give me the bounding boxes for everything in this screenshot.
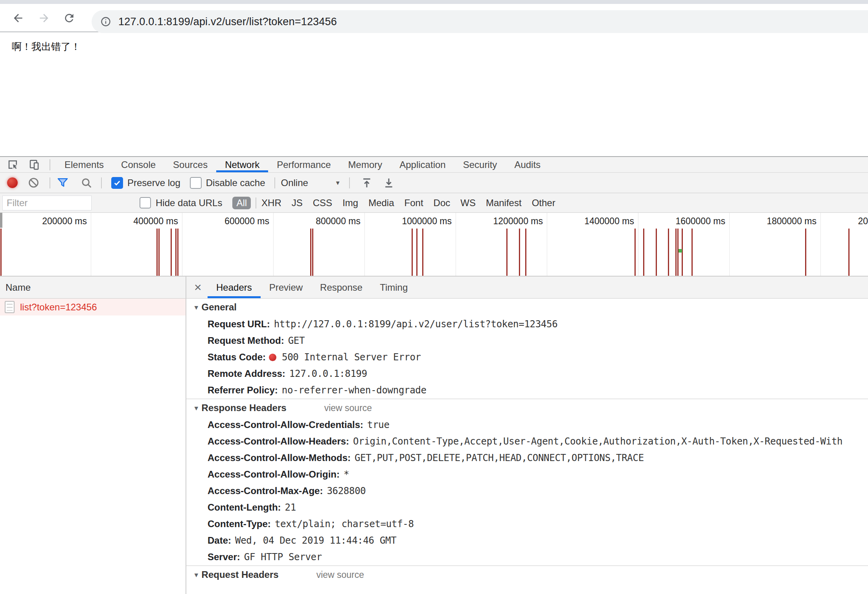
details-tab-timing[interactable]: Timing <box>371 277 416 298</box>
details-tab-response[interactable]: Response <box>311 277 371 298</box>
disable-cache-label[interactable]: Disable cache <box>206 177 265 188</box>
page-info-icon[interactable] <box>100 16 111 27</box>
devtools-tab-audits[interactable]: Audits <box>506 157 549 172</box>
window-top-strip <box>0 0 868 4</box>
timeline-request-bar <box>422 229 423 276</box>
record-network-log-icon[interactable] <box>7 177 18 188</box>
check-icon <box>113 179 121 187</box>
timeline-request-bar <box>412 229 413 276</box>
devtools-tabs: ElementsConsoleSourcesNetworkPerformance… <box>56 157 549 172</box>
devtools-tab-performance[interactable]: Performance <box>268 157 339 172</box>
timeline-tick-label: 1400000 ms <box>536 216 634 227</box>
timeline-request-bar <box>691 229 693 276</box>
request-details-panel: × HeadersPreviewResponseTiming ▾GeneralR… <box>186 277 868 594</box>
request-type-filters: AllXHRJSCSSImgMediaFontDocWSManifestOthe… <box>228 197 560 209</box>
filter-input[interactable] <box>2 196 92 210</box>
header-row: Remote Address:127.0.0.1:8199 <box>186 365 868 382</box>
header-name: Content-Type: <box>208 518 271 529</box>
address-bar[interactable]: 127.0.0.1:8199/api.v2/user/list?token=12… <box>92 10 868 33</box>
url-text: 127.0.0.1:8199/api.v2/user/list?token=12… <box>118 16 337 28</box>
hide-data-urls-label[interactable]: Hide data URLs <box>156 197 222 208</box>
devtools-tab-elements[interactable]: Elements <box>56 157 112 172</box>
devtools-tab-console[interactable]: Console <box>112 157 164 172</box>
preserve-log-label[interactable]: Preserve log <box>127 177 180 188</box>
header-row: Access-Control-Max-Age:3628800 <box>186 483 868 499</box>
request-row[interactable]: list?token=123456 <box>0 299 186 315</box>
header-name: Request Method: <box>208 335 284 346</box>
section-header-response-headers[interactable]: ▾Response Headersview source <box>186 399 868 417</box>
header-value: GET,PUT,POST,DELETE,PATCH,HEAD,CONNECT,O… <box>355 452 644 463</box>
section-header-request-headers[interactable]: ▾Request Headersview source <box>186 566 868 583</box>
section-header-general[interactable]: ▾General <box>186 299 868 316</box>
devtools-tab-application[interactable]: Application <box>391 157 454 172</box>
view-source-link[interactable]: view source <box>324 403 372 413</box>
type-filter-js[interactable]: JS <box>292 197 303 208</box>
timeline-request-bar <box>312 229 313 276</box>
filter-icon[interactable] <box>57 177 69 189</box>
header-row: Server:GF HTTP Server <box>186 549 868 565</box>
back-button[interactable] <box>12 12 24 24</box>
header-row: Date:Wed, 04 Dec 2019 11:44:46 GMT <box>186 532 868 549</box>
timeline-request-bar <box>416 229 417 276</box>
timeline-request-bar <box>310 229 311 276</box>
export-har-icon[interactable] <box>383 177 395 189</box>
throttling-dropdown[interactable]: Online ▼ <box>281 177 340 188</box>
device-toolbar-icon[interactable] <box>28 159 40 171</box>
type-filter-css[interactable]: CSS <box>313 197 332 208</box>
type-filter-media[interactable]: Media <box>368 197 394 208</box>
header-name: Request URL: <box>208 319 270 329</box>
header-value: no-referrer-when-downgrade <box>282 385 427 396</box>
header-row: Content-Length:21 <box>186 499 868 516</box>
divider <box>50 159 50 170</box>
header-value: 500 Internal Server Error <box>282 352 421 363</box>
devtools-tab-security[interactable]: Security <box>454 157 506 172</box>
view-source-link[interactable]: view source <box>316 570 364 580</box>
network-overview-timeline[interactable]: 200000 ms400000 ms600000 ms800000 ms1000… <box>0 213 868 277</box>
hide-data-urls-checkbox[interactable] <box>140 197 151 208</box>
divider <box>274 177 275 188</box>
timeline-request-bar <box>506 229 508 276</box>
header-value: Wed, 04 Dec 2019 11:44:46 GMT <box>235 535 396 546</box>
timeline-request-bar <box>158 229 160 276</box>
timeline-request-bar <box>848 229 850 276</box>
devtools-tab-memory[interactable]: Memory <box>340 157 391 172</box>
timeline-request-bar <box>668 229 669 276</box>
close-icon[interactable]: × <box>194 277 208 298</box>
type-filter-img[interactable]: Img <box>342 197 358 208</box>
timeline-event-marker <box>679 249 682 253</box>
preserve-log-checkbox[interactable] <box>111 177 123 189</box>
header-name: Access-Control-Max-Age: <box>208 485 323 496</box>
details-tab-preview[interactable]: Preview <box>261 277 311 298</box>
header-name: Date: <box>208 535 231 546</box>
type-filter-ws[interactable]: WS <box>460 197 476 208</box>
reload-button[interactable] <box>63 12 75 24</box>
network-filter-row: Hide data URLs AllXHRJSCSSImgMediaFontDo… <box>0 193 868 213</box>
inspect-element-icon[interactable] <box>7 159 19 171</box>
devtools-tab-sources[interactable]: Sources <box>164 157 216 172</box>
timeline-tick-label: 400000 ms <box>80 216 178 227</box>
type-filter-other[interactable]: Other <box>532 197 555 208</box>
disable-cache-checkbox[interactable] <box>190 177 202 189</box>
type-filter-all[interactable]: All <box>232 197 251 209</box>
import-har-icon[interactable] <box>361 177 373 189</box>
document-icon <box>5 301 15 313</box>
details-tab-headers[interactable]: Headers <box>208 277 261 298</box>
type-filter-doc[interactable]: Doc <box>434 197 451 208</box>
type-filter-manifest[interactable]: Manifest <box>486 197 522 208</box>
header-name: Content-Length: <box>208 502 281 513</box>
type-filter-font[interactable]: Font <box>405 197 423 208</box>
clear-network-log-icon[interactable] <box>28 177 39 188</box>
timeline-request-bar <box>175 229 177 276</box>
type-filter-xhr[interactable]: XHR <box>261 197 281 208</box>
timeline-tick-label: 1000000 ms <box>353 216 452 227</box>
devtools-tab-network[interactable]: Network <box>216 157 268 172</box>
header-value: true <box>367 419 390 430</box>
header-name: Referrer Policy: <box>208 385 278 395</box>
timeline-request-bar <box>519 229 520 276</box>
page-content: 啊！我出错了！ <box>0 33 868 156</box>
forward-button[interactable] <box>38 12 50 24</box>
column-header-name[interactable]: Name <box>0 277 186 299</box>
search-icon[interactable] <box>81 177 92 189</box>
header-value: 3628800 <box>327 485 366 496</box>
section-general: ▾GeneralRequest URL:http://127.0.0.1:819… <box>186 299 868 398</box>
